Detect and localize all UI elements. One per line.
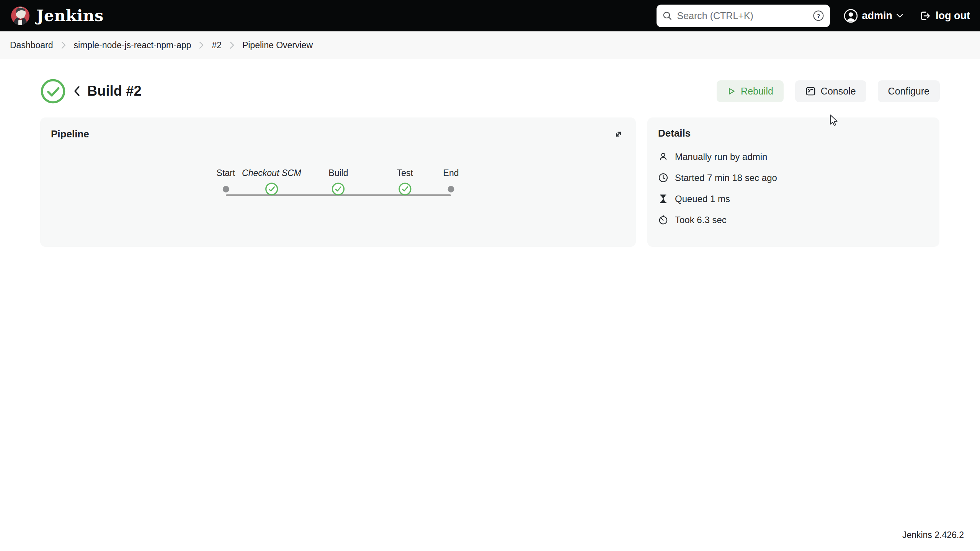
detail-row-queued: Queued 1 ms — [658, 194, 929, 204]
stage-label: Test — [397, 168, 413, 178]
expand-icon[interactable] — [612, 127, 625, 141]
stage-label: Build — [328, 168, 348, 178]
stage-test: Test — [397, 168, 413, 196]
user-name: admin — [862, 10, 893, 22]
main-content: Build #2 Rebuild Console — [0, 75, 980, 247]
jenkins-home-link[interactable]: Jenkins — [10, 5, 104, 26]
back-button[interactable] — [72, 85, 82, 97]
breadcrumb-separator-icon — [230, 41, 234, 49]
logout-label: log out — [936, 10, 970, 22]
breadcrumb-separator-icon — [199, 41, 204, 49]
search-box[interactable]: ? — [657, 5, 830, 27]
stage-checkout-scm: Checkout SCM — [242, 168, 301, 196]
play-icon — [727, 87, 736, 96]
search-icon — [662, 11, 672, 21]
configure-button[interactable]: Configure — [878, 80, 940, 102]
stage-success-icon[interactable] — [242, 183, 301, 196]
jenkins-butler-logo-icon — [10, 5, 31, 26]
stage-terminal-dot — [222, 186, 229, 192]
breadcrumb-job[interactable]: simple-node-js-react-npm-app — [74, 40, 191, 51]
detail-text: Took 6.3 sec — [675, 215, 727, 225]
build-success-status-icon — [40, 78, 66, 104]
search-help-icon[interactable]: ? — [813, 10, 824, 21]
detail-text: Queued 1 ms — [675, 194, 730, 204]
configure-label: Configure — [888, 86, 929, 97]
user-avatar-icon — [844, 9, 858, 23]
rebuild-label: Rebuild — [741, 86, 773, 97]
stage-build: Build — [328, 168, 348, 196]
stage-label: Start — [217, 168, 235, 178]
pipeline-card-title: Pipeline — [51, 128, 89, 140]
user-menu[interactable]: admin — [844, 9, 903, 23]
jenkins-version-link[interactable]: Jenkins 2.426.2 — [902, 530, 964, 540]
stage-label: End — [443, 168, 459, 178]
breadcrumb-build-number[interactable]: #2 — [212, 40, 222, 51]
stopwatch-icon — [658, 215, 668, 225]
hourglass-icon — [658, 194, 668, 204]
user-icon — [658, 152, 668, 162]
details-card-title: Details — [658, 127, 691, 139]
stage-terminal-dot — [448, 186, 454, 192]
top-navbar: Jenkins ? admin — [0, 0, 980, 31]
stage-success-icon[interactable] — [328, 183, 348, 196]
breadcrumb-dashboard[interactable]: Dashboard — [10, 40, 53, 51]
brand-wordmark: Jenkins — [36, 7, 104, 25]
stage-end: End — [443, 168, 459, 196]
detail-row-duration: Took 6.3 sec — [658, 215, 929, 225]
pipeline-graph: Start Checkout SCM Build — [51, 150, 625, 230]
build-actions: Rebuild Console Configure — [717, 80, 940, 102]
stage-success-icon[interactable] — [397, 183, 413, 196]
page-title: Build #2 — [87, 83, 142, 99]
detail-text: Started 7 min 18 sec ago — [675, 173, 777, 183]
clock-icon — [658, 173, 668, 183]
stage-start: Start — [217, 168, 235, 196]
console-button[interactable]: Console — [795, 80, 866, 102]
stage-label: Checkout SCM — [242, 168, 301, 178]
chevron-down-icon — [897, 14, 903, 18]
logout-icon — [919, 10, 931, 22]
rebuild-button[interactable]: Rebuild — [717, 80, 784, 102]
breadcrumb-pipeline-overview[interactable]: Pipeline Overview — [242, 40, 313, 51]
detail-text: Manually run by admin — [675, 152, 767, 162]
console-label: Console — [821, 86, 856, 97]
build-title-row: Build #2 Rebuild Console — [40, 75, 940, 107]
logout-button[interactable]: log out — [919, 10, 970, 22]
breadcrumb-separator-icon — [61, 41, 66, 49]
svg-text:?: ? — [817, 13, 820, 19]
breadcrumb: Dashboard simple-node-js-react-npm-app #… — [0, 31, 980, 59]
detail-row-cause: Manually run by admin — [658, 152, 929, 162]
terminal-icon — [805, 86, 816, 96]
search-input[interactable] — [677, 10, 808, 21]
details-card: Details Manually run by admin — [647, 117, 939, 247]
detail-row-started: Started 7 min 18 sec ago — [658, 173, 929, 183]
pipeline-card: Pipeline Start Checkout SCM — [40, 117, 636, 247]
